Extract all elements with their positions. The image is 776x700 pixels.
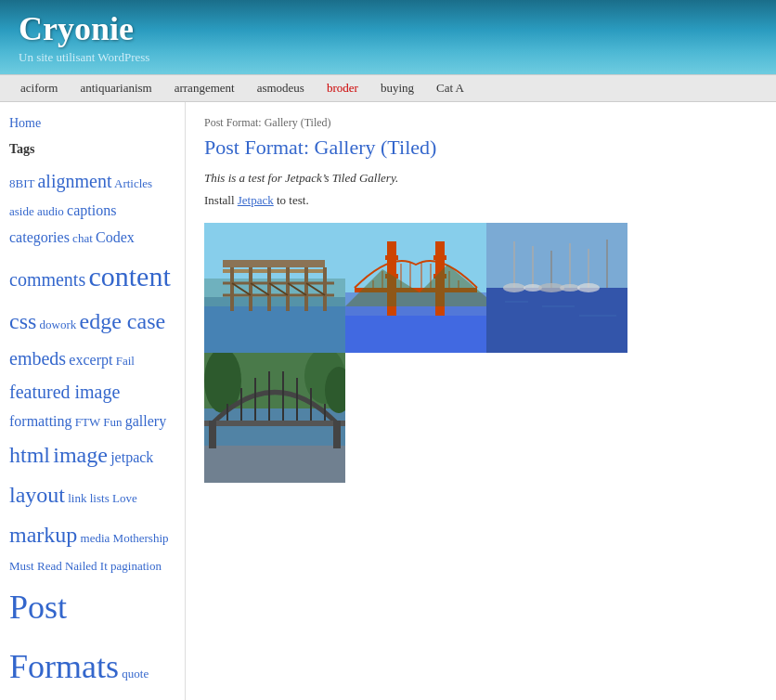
svg-rect-70	[333, 421, 341, 448]
gallery	[204, 223, 757, 483]
header-text: Cryonie Un site utilisant WordPress	[19, 9, 149, 65]
jetpack-link[interactable]: Jetpack	[238, 193, 274, 207]
svg-rect-3	[223, 260, 325, 267]
tag-articles[interactable]: Articles	[114, 176, 152, 190]
gallery-item[interactable]	[486, 223, 627, 353]
tag-pagination[interactable]: pagination	[110, 559, 162, 573]
post-format-label: Post Format: Gallery (Tiled)	[204, 116, 757, 130]
tag-edge-case[interactable]: edge case	[80, 309, 166, 333]
tag-ftw[interactable]: FTW	[75, 415, 100, 429]
tag-html[interactable]: html	[9, 443, 50, 467]
tag-cloud: 8BIT alignment Articles aside audio capt…	[9, 164, 175, 700]
home-link[interactable]: Home	[9, 116, 41, 130]
page-layout: Home Tags 8BIT alignment Articles aside …	[0, 102, 776, 700]
main-nav: aciformantiquarianismarrangementasmodeus…	[0, 74, 776, 102]
tag-comments[interactable]: comments	[9, 269, 85, 290]
svg-point-49	[560, 284, 580, 292]
tag-chat[interactable]: chat	[72, 231, 93, 245]
install-text: Install	[204, 193, 235, 207]
tag-formatting[interactable]: formatting	[9, 413, 72, 429]
site-title[interactable]: Cryonie	[19, 9, 149, 48]
tag-lists[interactable]: lists	[90, 491, 110, 505]
tag-featured-image[interactable]: featured image	[9, 382, 120, 402]
tag-content[interactable]: content	[88, 261, 170, 292]
tag-link[interactable]: link	[68, 491, 86, 505]
install-suffix: to test.	[277, 193, 309, 207]
site-subtitle: Un site utilisant WordPress	[19, 50, 149, 65]
nav-item-buying[interactable]: buying	[369, 75, 425, 101]
tag-fun[interactable]: Fun	[103, 415, 122, 429]
tags-heading: Tags	[9, 142, 175, 157]
svg-rect-38	[486, 288, 627, 353]
tag-markup[interactable]: markup	[9, 523, 77, 547]
tag-must-read[interactable]: Must Read	[9, 559, 62, 573]
nav-item-asmodeus[interactable]: asmodeus	[246, 75, 316, 101]
tag-css[interactable]: css	[9, 309, 36, 333]
tag-jetpack[interactable]: jetpack	[110, 449, 153, 465]
site-header: Cryonie Un site utilisant WordPress	[0, 0, 776, 74]
nav-item-cat-a[interactable]: Cat A	[425, 75, 475, 101]
tag-gallery[interactable]: gallery	[125, 413, 166, 429]
tag-fail[interactable]: Fail	[116, 354, 135, 368]
tag-dowork[interactable]: dowork	[40, 318, 77, 331]
post-title[interactable]: Post Format: Gallery (Tiled)	[204, 136, 757, 160]
gallery-item[interactable]	[204, 353, 345, 483]
tag-mothership[interactable]: Mothership	[113, 531, 169, 545]
tag-8bit[interactable]: 8BIT	[9, 176, 34, 190]
tag-excerpt[interactable]: excerpt	[69, 352, 112, 368]
tag-nailed-it[interactable]: Nailed It	[65, 559, 108, 573]
post-description: This is a test for Jetpack’s Tiled Galle…	[204, 171, 757, 186]
gallery-item[interactable]	[204, 223, 345, 353]
tag-post-formats[interactable]: Post Formats	[9, 589, 119, 686]
nav-item-arrangement[interactable]: arrangement	[163, 75, 246, 101]
tag-categories[interactable]: categories	[9, 229, 70, 245]
svg-point-50	[577, 283, 600, 292]
sidebar: Home Tags 8BIT alignment Articles aside …	[0, 102, 186, 700]
svg-rect-4	[223, 269, 325, 273]
tag-alignment[interactable]: alignment	[37, 171, 111, 191]
tag-quote[interactable]: quote	[122, 667, 149, 681]
post-install: Install Jetpack to test.	[204, 193, 757, 208]
nav-item-broder[interactable]: broder	[316, 75, 369, 101]
nav-item-antiquarianism[interactable]: antiquarianism	[69, 75, 162, 101]
tag-embeds[interactable]: embeds	[9, 348, 66, 369]
tag-audio[interactable]: audio	[37, 204, 64, 218]
main-content: Post Format: Gallery (Tiled) Post Format…	[186, 102, 776, 700]
tag-love[interactable]: Love	[112, 491, 137, 505]
svg-rect-23	[385, 255, 398, 260]
nav-item-aciform[interactable]: aciform	[9, 75, 69, 101]
svg-rect-60	[204, 421, 345, 426]
svg-rect-69	[209, 421, 216, 448]
tag-layout[interactable]: layout	[9, 483, 65, 507]
tag-codex[interactable]: Codex	[96, 229, 135, 245]
tag-media[interactable]: media	[81, 531, 110, 545]
svg-rect-39	[486, 223, 627, 288]
tag-captions[interactable]: captions	[67, 202, 116, 218]
svg-rect-56	[204, 446, 345, 483]
svg-rect-25	[433, 255, 446, 260]
tag-aside[interactable]: aside	[9, 204, 34, 218]
gallery-item[interactable]	[345, 223, 486, 353]
tag-image[interactable]: image	[53, 443, 108, 467]
svg-point-46	[503, 283, 525, 292]
